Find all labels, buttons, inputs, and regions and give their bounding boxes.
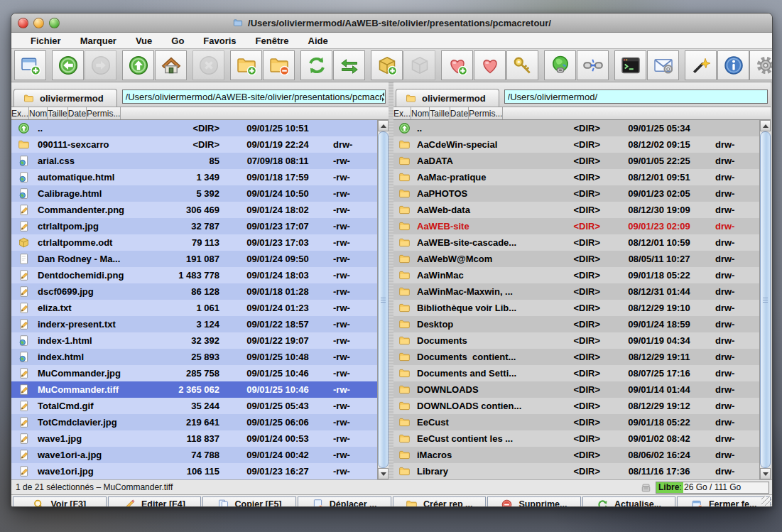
new-window-button[interactable]	[14, 50, 46, 80]
minimize-window-button[interactable]	[33, 18, 44, 28]
file-row[interactable]: arial.css 85 07/09/18 08:11 -rw-	[11, 153, 377, 169]
file-row[interactable]: index-1.html 32 392 09/01/22 19:07 -rw-	[11, 332, 377, 349]
delete-folder-button[interactable]	[263, 50, 295, 80]
magnifier-button[interactable]: Voir [F3]	[13, 496, 107, 507]
pack-button[interactable]	[371, 50, 403, 80]
mkdir-button[interactable]: Créer rep ...	[393, 496, 487, 507]
menu-item-aide[interactable]: Aide	[308, 36, 328, 46]
left-folder-tab[interactable]: oliviermermod	[13, 89, 117, 107]
file-row[interactable]: 090111-sexcarro <DIR> 09/01/19 22:24 drw…	[11, 136, 377, 153]
email-files-button[interactable]	[647, 50, 679, 80]
go-parent-button[interactable]	[122, 50, 154, 80]
file-row[interactable]: AaWinMac-Maxwin, ... <DIR> 08/12/31 01:4…	[393, 283, 759, 300]
terminal-button[interactable]	[614, 50, 646, 80]
menu-item-favoris[interactable]: Favoris	[203, 36, 236, 46]
column-header[interactable]: Taille	[430, 107, 450, 119]
file-row[interactable]: Library <DIR> 08/11/16 17:36 drw-	[393, 463, 759, 479]
menu-item-go[interactable]: Go	[171, 36, 184, 46]
file-row[interactable]: .. <DIR> 09/01/25 05:34	[393, 120, 759, 136]
menu-item-fenêtre[interactable]: Fenêtre	[256, 36, 289, 46]
file-row[interactable]: wave1.jpg 118 837 09/01/24 00:53 -rw-	[11, 430, 377, 447]
file-row[interactable]: MuCommander.jpg 285 758 09/01/25 10:46 -…	[11, 365, 377, 381]
scroll-down-button[interactable]	[378, 468, 389, 479]
file-row[interactable]: AaWeb-data <DIR> 08/12/30 19:09 drw-	[393, 202, 759, 218]
file-row[interactable]: Desktop <DIR> 09/01/24 18:59 drw-	[393, 316, 759, 332]
go-forward-button[interactable]	[85, 50, 116, 80]
file-row[interactable]: Documents contient... <DIR> 08/12/29 19:…	[393, 349, 759, 365]
copy-button[interactable]: Copier [F5]	[202, 496, 296, 507]
scroll-up-button[interactable]	[378, 120, 389, 131]
file-row[interactable]: Calibrage.html 5 392 09/01/24 10:50 -rw-	[11, 185, 377, 202]
new-folder-button[interactable]	[230, 50, 262, 80]
column-header[interactable]: Date	[68, 107, 87, 119]
file-row[interactable]: Bibliothèque voir Lib... <DIR> 08/12/29 …	[393, 300, 759, 316]
file-row[interactable]: AaMac-pratique <DIR> 08/12/01 09:51 drw-	[393, 169, 759, 185]
file-row[interactable]: AaWinMac <DIR> 09/01/18 05:22 drw-	[393, 267, 759, 283]
pencil-button[interactable]: Editer [F4]	[108, 496, 202, 507]
go-home-button[interactable]	[155, 50, 187, 80]
menu-item-vue[interactable]: Vue	[136, 36, 152, 46]
scroll-thumb[interactable]	[378, 131, 389, 468]
add-bookmark-button[interactable]	[441, 50, 473, 80]
column-header[interactable]: Taille	[48, 107, 67, 119]
file-row[interactable]: AaWEB-site <DIR> 09/01/23 02:09 drw-	[393, 218, 759, 234]
credentials-button[interactable]	[506, 50, 538, 80]
panel-divider[interactable]	[389, 82, 393, 479]
column-header[interactable]: Nom	[411, 107, 430, 119]
menu-item-fichier[interactable]: Fichier	[31, 36, 61, 46]
file-row[interactable]: Documents <DIR> 09/01/19 04:34 drw-	[393, 332, 759, 349]
file-row[interactable]: automatique.html 1 349 09/01/18 17:59 -r…	[11, 169, 377, 185]
delete-button[interactable]: Supprime...	[487, 496, 581, 507]
file-row[interactable]: MuCommander.tiff 2 365 062 09/01/25 10:4…	[11, 381, 377, 398]
column-header[interactable]: Ex...	[11, 107, 29, 119]
swap-panels-button[interactable]	[333, 50, 365, 80]
file-row[interactable]: inderx-present.txt 3 124 09/01/22 18:57 …	[11, 316, 377, 332]
file-row[interactable]: TotCmdclavier.jpg 219 641 09/01/25 06:06…	[11, 414, 377, 430]
column-header[interactable]: Date	[450, 107, 469, 119]
zoom-window-button[interactable]	[49, 18, 60, 28]
reload-button[interactable]: Actualise...	[582, 496, 676, 507]
preferences-button[interactable]	[749, 50, 773, 80]
stop-button[interactable]	[192, 50, 224, 80]
refresh-button[interactable]	[300, 50, 332, 80]
file-row[interactable]: Documents and Setti... <DIR> 08/07/25 17…	[393, 365, 759, 381]
unpack-button[interactable]	[403, 50, 435, 80]
close-window-button[interactable]: Fermer fe...	[677, 496, 771, 507]
edit-bookmarks-button[interactable]	[474, 50, 506, 80]
right-folder-tab[interactable]: oliviermermod	[396, 89, 499, 107]
file-row[interactable]: .. <DIR> 09/01/25 10:51	[11, 120, 377, 136]
titlebar[interactable]: /Users/oliviermermod/AaWEB-site/olivier/…	[11, 13, 772, 33]
file-row[interactable]: eliza.txt 1 061 09/01/24 01:23 -rw-	[11, 300, 377, 316]
disconnect-button[interactable]	[577, 50, 609, 80]
menu-item-marquer[interactable]: Marquer	[80, 36, 116, 46]
file-row[interactable]: dscf0699.jpg 86 128 09/01/18 01:28 -rw-	[11, 283, 377, 300]
file-row[interactable]: Commandenter.png 306 469 09/01/24 18:02 …	[11, 202, 377, 218]
file-row[interactable]: AaCdeWin-special <DIR> 08/12/02 09:15 dr…	[393, 136, 759, 153]
file-row[interactable]: AaDATA <DIR> 09/01/05 22:25 drw-	[393, 153, 759, 169]
column-header[interactable]: Nom	[29, 107, 48, 119]
file-row[interactable]: AaWebW@Mcom <DIR> 08/05/11 10:27 drw-	[393, 251, 759, 267]
file-row[interactable]: wave1ori.jpg 106 115 09/01/23 16:27 -rw-	[11, 463, 377, 479]
go-back-button[interactable]	[52, 50, 84, 80]
file-row[interactable]: AaPHOTOS <DIR> 09/01/23 02:05 drw-	[393, 185, 759, 202]
file-row[interactable]: AaWEB-site-cascade... <DIR> 08/12/01 10:…	[393, 234, 759, 251]
file-row[interactable]: index.html 25 893 09/01/25 10:48 -rw-	[11, 349, 377, 365]
file-row[interactable]: TotalCmd.gif 35 244 09/01/25 05:43 -rw-	[11, 398, 377, 414]
file-row[interactable]: Dentdochemidi.png 1 483 778 09/01/24 18:…	[11, 267, 377, 283]
file-row[interactable]: iMacros <DIR> 08/06/02 16:24 drw-	[393, 447, 759, 463]
scroll-thumb[interactable]	[760, 131, 771, 468]
column-header[interactable]: Permis...	[469, 107, 503, 119]
left-path-input[interactable]	[122, 89, 386, 104]
file-row[interactable]: ctrlaltpomme.odt 79 113 09/01/23 17:03 -…	[11, 234, 377, 251]
file-row[interactable]: DOWNLOADS <DIR> 09/01/14 01:44 drw-	[393, 381, 759, 398]
file-info-button[interactable]	[717, 50, 749, 80]
move-button[interactable]: Déplacer ...	[298, 496, 391, 507]
resize-grip[interactable]	[761, 496, 771, 506]
scroll-down-button[interactable]	[760, 468, 771, 479]
connect-server-button[interactable]	[544, 50, 576, 80]
magic-wand-button[interactable]	[685, 50, 717, 80]
file-row[interactable]: Dan Rodney - Ma... 191 087 09/01/24 09:5…	[11, 251, 377, 267]
close-window-button[interactable]	[18, 18, 28, 28]
file-row[interactable]: wave1ori-a.jpg 74 788 09/01/24 00:42 -rw…	[11, 447, 377, 463]
scroll-up-button[interactable]	[760, 120, 771, 131]
